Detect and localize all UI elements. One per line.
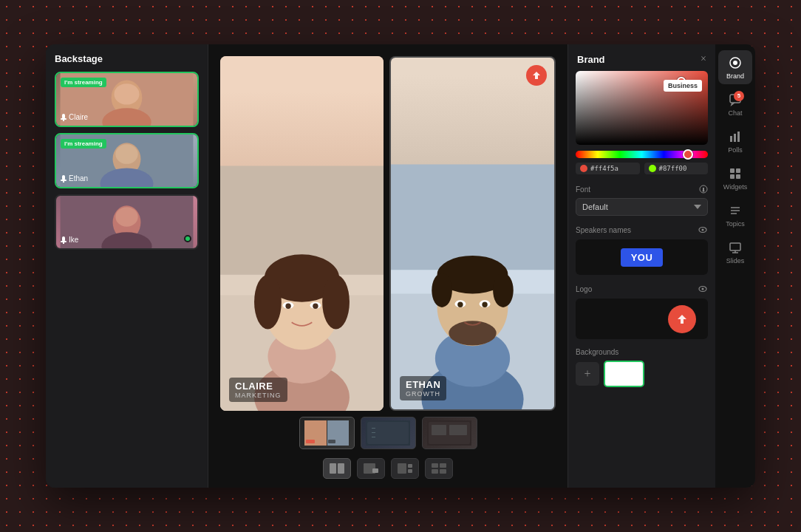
claire-role: MARKETING	[235, 392, 282, 399]
app-window: Backstage I'm streaming Claire	[46, 44, 755, 488]
backstage-guest-ike[interactable]: Ike	[55, 194, 199, 250]
svg-rect-52	[306, 440, 315, 443]
svg-point-30	[322, 275, 350, 330]
backstage-panel: Backstage I'm streaming Claire	[46, 44, 208, 488]
svg-rect-73	[440, 469, 446, 474]
online-dot-ike	[184, 235, 191, 242]
backgrounds-section: Backgrounds +	[568, 344, 715, 396]
chat-icon-container: 5	[728, 92, 743, 107]
video-tile-ethan: ETHAN GROWTH	[389, 56, 556, 411]
stage-thumb-2[interactable]: — — —	[361, 417, 416, 449]
svg-rect-6	[63, 120, 64, 121]
svg-point-33	[285, 304, 290, 309]
nav-widgets-label: Widgets	[723, 183, 748, 191]
svg-point-10	[115, 144, 137, 164]
font-label: Font	[576, 185, 708, 194]
speakers-names-label: Speakers names	[576, 225, 708, 235]
nav-item-polls[interactable]: Polls	[718, 124, 752, 158]
svg-rect-11	[62, 175, 65, 180]
svg-point-48	[457, 302, 463, 307]
svg-rect-53	[328, 440, 335, 443]
backgrounds-label: Backgrounds	[576, 348, 708, 356]
speakers-names-section: Speakers names YOU	[568, 220, 715, 279]
svg-point-76	[702, 229, 704, 231]
brand-close-button[interactable]: ×	[701, 53, 706, 65]
svg-point-3	[114, 83, 139, 104]
brand-panel: Brand × Business #ff4f5a #87ff00	[567, 44, 715, 488]
color-input-1[interactable]: #ff4f5a	[576, 163, 640, 174]
svg-rect-86	[736, 168, 740, 173]
svg-point-29	[254, 275, 282, 330]
svg-rect-92	[730, 243, 740, 250]
video-area: CLAIRE MARKETING	[208, 44, 567, 417]
hue-slider[interactable]	[576, 151, 708, 158]
backgrounds-row: +	[576, 361, 708, 387]
font-select[interactable]: Default	[576, 198, 708, 216]
chat-badge: 5	[734, 91, 744, 101]
layout-pip[interactable]	[357, 458, 385, 479]
nav-item-widgets[interactable]: Widgets	[718, 161, 752, 195]
svg-rect-18	[62, 236, 65, 242]
logo-section: Logo	[568, 279, 715, 344]
svg-rect-85	[730, 168, 734, 173]
font-reset-icon[interactable]	[699, 185, 708, 194]
speakers-box: YOU	[576, 239, 708, 275]
svg-rect-87	[730, 174, 734, 179]
svg-rect-69	[408, 469, 412, 473]
bg-thumb-white[interactable]	[604, 361, 644, 387]
ethan-role: GROWTH	[406, 390, 440, 398]
svg-point-43	[432, 273, 452, 307]
widgets-icon	[728, 166, 743, 181]
you-badge: YOU	[621, 248, 664, 267]
svg-rect-61	[432, 425, 446, 435]
ethan-name: ETHAN	[406, 379, 440, 390]
layout-two-column[interactable]	[323, 458, 351, 479]
backstage-guest-claire[interactable]: I'm streaming Claire	[55, 72, 199, 127]
video-logo-btn[interactable]	[526, 65, 547, 86]
svg-point-49	[482, 302, 487, 307]
nav-item-topics[interactable]: Topics	[718, 198, 752, 232]
nav-item-brand[interactable]: Brand	[718, 50, 752, 84]
ethan-name-bar: ETHAN GROWTH	[400, 376, 446, 400]
nav-brand-label: Brand	[726, 72, 744, 80]
stage-thumb-1[interactable]	[299, 417, 355, 449]
swatch-hex-2: #87ff00	[659, 165, 687, 172]
nav-item-chat[interactable]: 5 Chat	[718, 87, 752, 121]
claire-name-bar: CLAIRE MARKETING	[229, 378, 287, 402]
bg-add-button[interactable]: +	[576, 362, 599, 386]
brand-text-field[interactable]: Business	[664, 80, 702, 92]
stage-thumb-3[interactable]	[422, 417, 477, 449]
svg-rect-12	[61, 180, 67, 181]
main-stage: CLAIRE MARKETING	[208, 44, 567, 488]
layout-single[interactable]	[391, 458, 419, 479]
svg-point-78	[702, 288, 704, 290]
layout-quad[interactable]	[425, 458, 453, 479]
nav-slides-label: Slides	[726, 257, 745, 265]
video-tile-claire: CLAIRE MARKETING	[220, 56, 384, 411]
nav-item-slides[interactable]: Slides	[718, 235, 752, 269]
name-label-ethan: Ethan	[61, 174, 88, 183]
logo-visibility-icon[interactable]	[698, 284, 708, 294]
brand-title: Brand	[577, 54, 605, 65]
svg-rect-70	[432, 463, 438, 468]
color-picker[interactable]: Business	[576, 71, 708, 145]
brand-icon	[728, 55, 743, 70]
svg-rect-5	[61, 118, 67, 120]
svg-rect-20	[63, 242, 64, 244]
svg-rect-19	[61, 241, 67, 242]
backstage-guest-ethan[interactable]: I'm streaming Ethan	[55, 133, 199, 188]
logo-box	[576, 299, 708, 339]
swatch-dot-1	[580, 165, 587, 172]
svg-rect-88	[736, 174, 740, 179]
speakers-visibility-icon[interactable]	[698, 225, 708, 235]
polls-icon	[728, 129, 743, 144]
hue-thumb[interactable]	[683, 149, 693, 160]
svg-rect-62	[449, 425, 467, 435]
svg-text:—: —	[372, 434, 375, 439]
svg-rect-4	[62, 114, 65, 119]
swatch-hex-1: #ff4f5a	[590, 165, 618, 172]
nav-polls-label: Polls	[728, 146, 743, 154]
color-input-2[interactable]: #87ff00	[644, 163, 709, 174]
streaming-badge-claire: I'm streaming	[61, 78, 106, 87]
svg-rect-67	[398, 463, 406, 474]
